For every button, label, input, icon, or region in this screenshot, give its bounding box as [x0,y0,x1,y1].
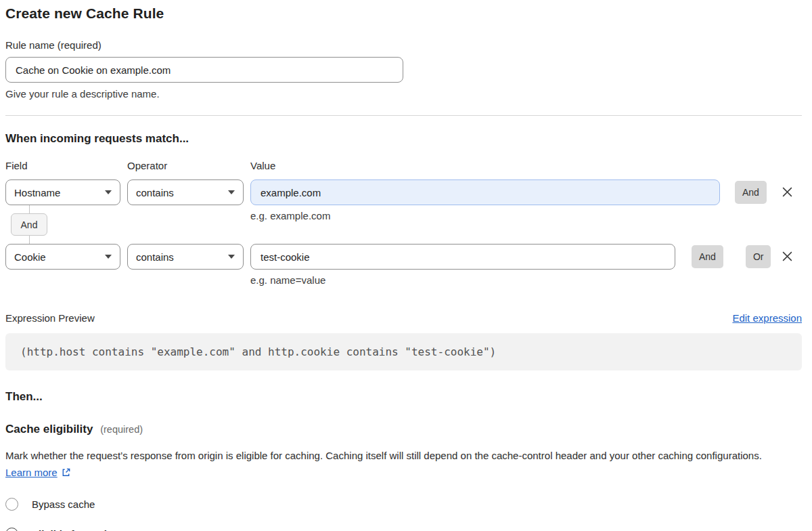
radio-icon[interactable] [5,498,18,511]
radio-label: Eligible for cache [32,528,116,531]
value-hint-1: e.g. example.com [250,210,720,221]
section-divider [5,115,802,116]
rule-connector: And [11,213,47,236]
chevron-down-icon [105,255,112,259]
remove-rule-button-2[interactable] [779,248,795,264]
value-hint-2: e.g. name=value [250,274,675,286]
radio-label: Bypass cache [32,498,95,510]
expression-preview-label: Expression Preview [5,312,95,324]
or-button-row-2[interactable]: Or [746,245,771,268]
close-icon [782,251,793,262]
operator-select-1-value: contains [136,187,174,198]
cache-eligibility-title: Cache eligibility [5,423,93,436]
chevron-down-icon [228,190,235,194]
learn-more-link[interactable]: Learn more [5,467,58,478]
operator-column-label: Operator [127,160,250,171]
cache-eligibility-heading: Cache eligibility (required) [5,423,802,436]
radio-option-eligible-for-cache[interactable]: Eligible for cache [5,528,802,531]
field-select-1-value: Hostname [14,187,60,198]
close-icon [782,186,793,198]
operator-select-2[interactable]: contains [127,244,244,270]
field-select-2[interactable]: Cookie [5,244,120,270]
value-wrap-2: e.g. name=value [250,244,675,286]
cache-eligibility-required-note: (required) [100,424,143,435]
operator-select-2-value: contains [136,251,174,263]
match-rule-row-2: Cookie contains e.g. name=value And Or [5,244,802,286]
and-button-row-1[interactable]: And [735,181,767,204]
match-heading: When incoming requests match... [5,132,802,146]
match-rule-row-1: Hostname contains e.g. example.com And [5,179,802,221]
value-wrap-1: e.g. example.com [250,179,720,221]
expression-code: (http.host contains "example.com" and ht… [20,345,496,358]
value-input-1[interactable] [250,179,720,205]
edit-expression-link[interactable]: Edit expression [732,312,802,324]
chevron-down-icon [228,255,235,259]
value-column-label: Value [250,160,275,171]
external-link-icon [61,467,71,477]
radio-option-bypass-cache[interactable]: Bypass cache [5,498,802,511]
rule-name-help: Give your rule a descriptive name. [5,88,802,100]
description-text: Mark whether the request’s response from… [5,450,762,461]
remove-rule-button-1[interactable] [779,184,795,200]
field-column-label: Field [5,160,127,171]
radio-icon[interactable] [5,528,18,531]
column-labels: Field Operator Value [5,160,802,171]
cache-eligibility-description: Mark whether the request’s response from… [5,447,787,481]
operator-select-1[interactable]: contains [127,179,244,205]
field-select-2-value: Cookie [14,251,46,263]
value-input-2[interactable] [250,244,675,270]
rule-name-input[interactable] [5,57,403,83]
rule-name-label: Rule name (required) [5,39,802,51]
field-select-1[interactable]: Hostname [5,179,120,205]
page-title: Create new Cache Rule [5,5,802,22]
then-heading: Then... [5,390,802,404]
and-button-row-2[interactable]: And [692,245,723,268]
chevron-down-icon [105,190,112,194]
connector-and-button[interactable]: And [11,213,47,236]
expression-header: Expression Preview Edit expression [5,312,802,324]
expression-preview-box: (http.host contains "example.com" and ht… [5,333,802,370]
